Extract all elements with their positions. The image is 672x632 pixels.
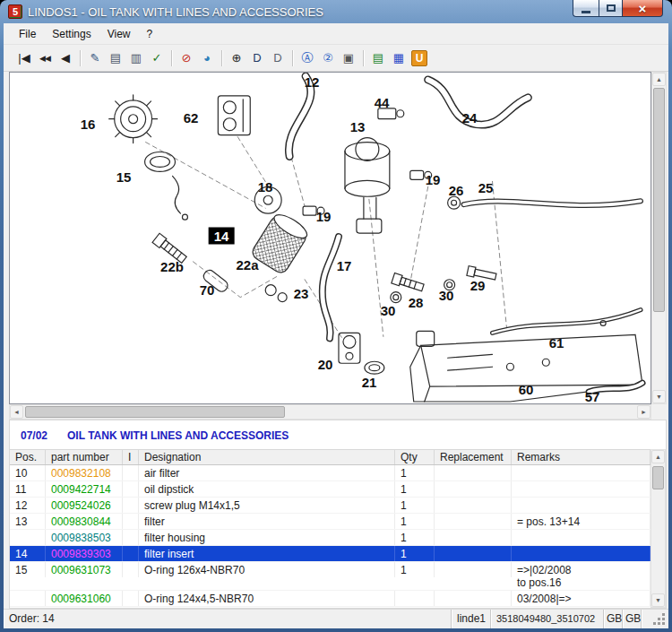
cell-marker: [123, 465, 139, 480]
cell-part-number[interactable]: 0009422714: [46, 481, 123, 497]
part-callout[interactable]: 19: [426, 172, 441, 187]
table-scroll-down-button[interactable]: ▼: [651, 593, 665, 607]
column-header[interactable]: Qty: [395, 450, 435, 464]
column-header[interactable]: Remarks: [512, 450, 650, 464]
toolbar-icon: U: [411, 50, 427, 66]
table-row[interactable]: 15 0009631073 O-ring 126x4-NBR70 1 =>|02…: [10, 562, 650, 591]
minimize-button[interactable]: [573, 0, 599, 17]
confirm-button[interactable]: ✓: [147, 48, 167, 68]
cell-marker: [123, 591, 139, 606]
nav-first-button[interactable]: |◀: [14, 48, 34, 68]
language-status-secondary: GB: [623, 610, 642, 628]
part-callout[interactable]: 14: [209, 228, 235, 245]
part-callout[interactable]: 25: [478, 180, 494, 195]
resize-grip[interactable]: [642, 610, 668, 628]
cell-marker: [123, 498, 139, 513]
part-callout[interactable]: 18: [258, 179, 273, 195]
part-callout[interactable]: 61: [549, 335, 564, 351]
menu-item[interactable]: File: [11, 25, 44, 43]
table-row[interactable]: 0009838503 filter housing 1: [10, 530, 650, 546]
table-vertical-scrollbar[interactable]: ▲ ▼: [650, 449, 666, 608]
part-callout[interactable]: 19: [316, 209, 332, 224]
part-callout[interactable]: 21: [362, 375, 377, 390]
lindos-u-button[interactable]: U: [409, 48, 429, 68]
basket-button[interactable]: ▥: [126, 48, 146, 68]
toolbar-icon: ✎: [85, 48, 105, 68]
part-callout[interactable]: 15: [116, 169, 132, 185]
cell-part-number[interactable]: 0009830844: [46, 514, 123, 529]
part-callout[interactable]: 29: [470, 278, 486, 293]
menu-item[interactable]: Settings: [44, 25, 99, 43]
cell-part-number[interactable]: 0009631060: [46, 591, 123, 606]
marker-off-button[interactable]: ⊘: [177, 48, 196, 68]
part-callout[interactable]: 62: [184, 110, 199, 126]
scroll-left-button[interactable]: ◄: [10, 405, 23, 419]
column-header[interactable]: Designation: [139, 450, 395, 464]
diagram-vscroll-thumb[interactable]: [653, 88, 665, 312]
print-button[interactable]: ▣: [339, 48, 358, 68]
mosaic-button[interactable]: ▦: [389, 48, 409, 68]
detail-page-2-button[interactable]: D: [268, 48, 288, 68]
nav-fast-back-button[interactable]: ◀◀: [35, 48, 55, 68]
scroll-up-button[interactable]: ▲: [652, 73, 666, 86]
part-callout[interactable]: 57: [585, 389, 600, 404]
column-header[interactable]: Pos.: [10, 450, 46, 464]
annotation-2-button[interactable]: ②: [318, 48, 338, 68]
part-callout[interactable]: 30: [381, 303, 396, 318]
cell-part-number[interactable]: 0009838503: [46, 530, 123, 545]
scroll-down-button[interactable]: ▼: [652, 390, 666, 403]
menu-item[interactable]: ?: [139, 25, 161, 43]
edit-button[interactable]: ✎: [85, 48, 105, 68]
scroll-right-button[interactable]: ►: [637, 405, 650, 419]
nav-back-button[interactable]: ◀: [56, 48, 75, 68]
part-callout[interactable]: 30: [439, 288, 454, 303]
part-callout[interactable]: 22b: [160, 259, 184, 274]
column-header[interactable]: I: [123, 450, 139, 464]
toolbar-icon: ⊘: [177, 48, 196, 68]
table-vscroll-thumb[interactable]: [652, 466, 664, 489]
world-button[interactable]: ◕: [197, 48, 217, 68]
cell-part-number[interactable]: 0009832108: [46, 465, 123, 480]
table-row[interactable]: 14 0009839303 filter insert 1: [10, 546, 650, 562]
column-header[interactable]: Replacement: [435, 450, 512, 464]
table-row[interactable]: 12 0009524026 screw plug M14x1,5 1: [10, 498, 650, 514]
part-callout[interactable]: 23: [294, 286, 309, 301]
column-header[interactable]: part number: [46, 450, 123, 464]
diagram-horizontal-scrollbar[interactable]: ◄ ►: [9, 404, 651, 420]
part-callout[interactable]: 17: [337, 258, 352, 273]
part-callout[interactable]: 28: [409, 295, 424, 310]
part-callout[interactable]: 70: [200, 282, 215, 298]
diagram-hscroll-thumb[interactable]: [25, 406, 285, 418]
diagram-vertical-scrollbar[interactable]: ▲ ▼: [651, 72, 667, 404]
part-callout[interactable]: 20: [318, 357, 333, 372]
part-callout[interactable]: 12: [305, 74, 320, 90]
part-callout[interactable]: 44: [375, 95, 390, 110]
cell-marker: [123, 562, 139, 577]
title-bar[interactable]: 5 LINDOS1 - OIL TANK WITH LINES AND ACCE…: [0, 0, 672, 23]
part-callout[interactable]: 26: [449, 183, 464, 198]
detail-page-button[interactable]: D: [247, 48, 267, 68]
export-button[interactable]: ▤: [368, 48, 388, 68]
toolbar-separator: [289, 48, 297, 68]
table-row[interactable]: 13 0009830844 filter 1 = pos. 13+14: [10, 514, 650, 530]
table-row[interactable]: 11 0009422714 oil dipstick 1: [10, 481, 650, 498]
part-callout[interactable]: 22a: [236, 257, 258, 273]
part-callout[interactable]: 16: [81, 117, 96, 132]
cell-remarks: [512, 530, 650, 545]
copy-button[interactable]: ▤: [106, 48, 125, 68]
part-callout[interactable]: 60: [519, 382, 534, 397]
table-scroll-up-button[interactable]: ▲: [651, 450, 665, 463]
maximize-button[interactable]: [599, 0, 623, 17]
table-row[interactable]: 10 0009832108 air filter 1: [10, 465, 650, 481]
parts-diagram[interactable]: 16 62 12 44 24 13 19 26: [9, 72, 651, 404]
cell-part-number[interactable]: 0009839303: [46, 546, 123, 561]
annotation-a-button[interactable]: Ⓐ: [297, 48, 317, 68]
zoom-button[interactable]: ⊕: [227, 48, 246, 68]
menu-item[interactable]: View: [99, 25, 139, 43]
cell-part-number[interactable]: 0009631073: [46, 562, 123, 577]
part-callout[interactable]: 13: [350, 119, 366, 134]
close-button[interactable]: ×: [623, 0, 663, 17]
table-row[interactable]: 0009631060 O-ring 124x4,5-NBR70 03/2008|…: [10, 591, 650, 607]
cell-part-number[interactable]: 0009524026: [46, 498, 123, 513]
part-callout[interactable]: 24: [462, 110, 478, 126]
